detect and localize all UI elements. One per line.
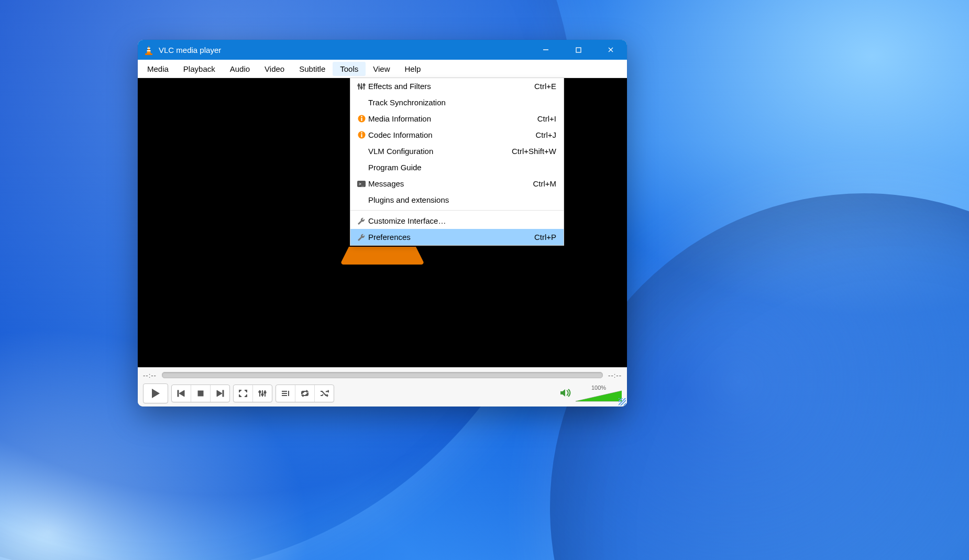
menu-item-label: Program Guide [368, 163, 422, 172]
svg-marker-27 [560, 389, 565, 397]
menu-item-shortcut: Ctrl+M [533, 179, 556, 188]
wrench-icon [355, 233, 368, 241]
svg-text:>_: >_ [359, 182, 364, 186]
menu-item-label: Customize Interface… [368, 216, 446, 225]
menu-item-shortcut: Ctrl+Shift+W [512, 147, 556, 156]
fullscreen-button[interactable] [234, 385, 253, 402]
close-button[interactable] [594, 40, 627, 60]
tools-menu-dropdown: Effects and FiltersCtrl+ETrack Synchroni… [350, 78, 564, 246]
svg-rect-16 [223, 390, 224, 397]
svg-marker-15 [217, 390, 222, 397]
minimize-button[interactable] [530, 40, 562, 60]
svg-rect-1 [147, 48, 150, 49]
menu-item-shortcut: Ctrl+I [537, 114, 556, 123]
svg-point-34 [360, 86, 362, 88]
svg-rect-40 [361, 134, 362, 137]
menu-subtitle[interactable]: Subtitle [292, 62, 333, 76]
svg-point-20 [259, 391, 260, 392]
term-icon: >_ [355, 181, 368, 187]
titlebar[interactable]: VLC media player [138, 40, 627, 60]
svg-rect-14 [198, 391, 203, 396]
controls-bar: --:-- --:-- [138, 367, 627, 407]
speaker-icon[interactable] [560, 388, 571, 399]
svg-marker-13 [179, 390, 184, 397]
menu-item-plugins-and-extensions[interactable]: Plugins and extensions [350, 192, 564, 208]
menu-item-label: Effects and Filters [368, 82, 431, 91]
menu-item-label: Codec Information [368, 130, 433, 139]
menu-item-label: Messages [368, 179, 404, 188]
menu-item-customize-interface[interactable]: Customize Interface… [350, 213, 564, 229]
time-elapsed: --:-- [143, 371, 157, 379]
menu-item-vlm-configuration[interactable]: VLM ConfigurationCtrl+Shift+W [350, 143, 564, 159]
svg-point-22 [264, 391, 266, 393]
svg-point-33 [358, 84, 359, 86]
vlc-window: VLC media player MediaPlaybackAudioVideo… [138, 40, 627, 407]
svg-marker-0 [147, 46, 151, 53]
vlc-cone-icon [143, 44, 155, 56]
info-icon [355, 131, 368, 139]
menu-item-shortcut: Ctrl+J [535, 130, 556, 139]
playlist-button[interactable] [276, 385, 295, 402]
previous-button[interactable] [172, 385, 191, 402]
time-total: --:-- [608, 371, 622, 379]
menu-item-track-synchronization[interactable]: Track Synchronization [350, 94, 564, 111]
menu-item-program-guide[interactable]: Program Guide [350, 159, 564, 175]
stop-button[interactable] [191, 385, 211, 402]
menu-item-messages[interactable]: >_MessagesCtrl+M [350, 175, 564, 192]
svg-point-21 [261, 393, 263, 395]
svg-rect-12 [178, 390, 179, 397]
svg-point-38 [361, 116, 362, 117]
menu-video[interactable]: Video [257, 62, 292, 76]
info-icon [355, 115, 368, 123]
menu-item-label: VLM Configuration [368, 147, 433, 156]
svg-point-35 [363, 84, 365, 85]
maximize-button[interactable] [562, 40, 594, 60]
menu-playback[interactable]: Playback [176, 62, 223, 76]
menu-item-preferences[interactable]: PreferencesCtrl+P [350, 229, 564, 245]
sliders-icon [355, 83, 368, 90]
volume-slider[interactable] [576, 390, 622, 402]
seek-row: --:-- --:-- [143, 370, 622, 380]
svg-rect-37 [361, 118, 362, 121]
menu-item-label: Media Information [368, 114, 431, 123]
menu-item-shortcut: Ctrl+E [534, 82, 556, 91]
menu-item-effects-and-filters[interactable]: Effects and FiltersCtrl+E [350, 78, 564, 94]
menu-item-label: Preferences [368, 233, 411, 241]
menu-item-media-information[interactable]: Media InformationCtrl+I [350, 111, 564, 127]
menu-separator [350, 210, 564, 211]
wrench-icon [355, 217, 368, 225]
window-title: VLC media player [159, 46, 221, 54]
menu-tools[interactable]: Tools [333, 62, 366, 76]
loop-button[interactable] [295, 385, 315, 402]
menu-audio[interactable]: Audio [223, 62, 257, 76]
resize-grip[interactable] [619, 398, 626, 405]
svg-rect-3 [145, 53, 152, 55]
next-button[interactable] [211, 385, 229, 402]
menu-item-label: Plugins and extensions [368, 195, 449, 204]
svg-rect-2 [147, 50, 151, 51]
svg-rect-5 [576, 48, 581, 52]
menu-item-codec-information[interactable]: Codec InformationCtrl+J [350, 127, 564, 143]
menu-help[interactable]: Help [398, 62, 428, 76]
svg-point-41 [361, 132, 362, 134]
menubar: MediaPlaybackAudioVideoSubtitleToolsView… [138, 60, 627, 78]
menu-item-shortcut: Ctrl+P [534, 233, 556, 241]
menu-item-label: Track Synchronization [368, 98, 446, 107]
menu-media[interactable]: Media [140, 62, 176, 76]
play-button[interactable] [143, 383, 168, 403]
seek-slider[interactable] [162, 372, 603, 378]
shuffle-button[interactable] [315, 385, 334, 402]
svg-marker-11 [152, 389, 160, 398]
menu-view[interactable]: View [366, 62, 397, 76]
extended-settings-button[interactable] [253, 385, 272, 402]
